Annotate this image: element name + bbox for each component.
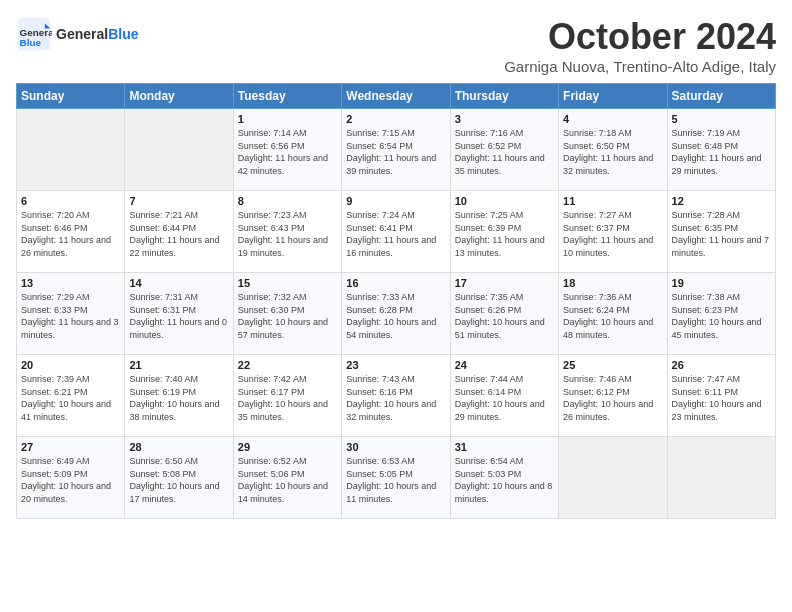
calendar-day: 16Sunrise: 7:33 AM Sunset: 6:28 PM Dayli… (342, 273, 450, 355)
day-info: Sunrise: 7:40 AM Sunset: 6:19 PM Dayligh… (129, 373, 228, 423)
calendar-day: 22Sunrise: 7:42 AM Sunset: 6:17 PM Dayli… (233, 355, 341, 437)
day-info: Sunrise: 7:31 AM Sunset: 6:31 PM Dayligh… (129, 291, 228, 341)
day-info: Sunrise: 7:46 AM Sunset: 6:12 PM Dayligh… (563, 373, 662, 423)
calendar-week-5: 27Sunrise: 6:49 AM Sunset: 5:09 PM Dayli… (17, 437, 776, 519)
day-info: Sunrise: 7:20 AM Sunset: 6:46 PM Dayligh… (21, 209, 120, 259)
day-number: 24 (455, 359, 554, 371)
calendar-day: 28Sunrise: 6:50 AM Sunset: 5:08 PM Dayli… (125, 437, 233, 519)
column-header-wednesday: Wednesday (342, 84, 450, 109)
day-info: Sunrise: 6:54 AM Sunset: 5:03 PM Dayligh… (455, 455, 554, 505)
calendar-day (667, 437, 775, 519)
day-number: 16 (346, 277, 445, 289)
day-number: 28 (129, 441, 228, 453)
day-number: 21 (129, 359, 228, 371)
day-info: Sunrise: 7:44 AM Sunset: 6:14 PM Dayligh… (455, 373, 554, 423)
day-info: Sunrise: 7:14 AM Sunset: 6:56 PM Dayligh… (238, 127, 337, 177)
calendar-day: 30Sunrise: 6:53 AM Sunset: 5:05 PM Dayli… (342, 437, 450, 519)
calendar-day: 25Sunrise: 7:46 AM Sunset: 6:12 PM Dayli… (559, 355, 667, 437)
page-header: General Blue GeneralBlue October 2024 Ga… (16, 16, 776, 75)
day-info: Sunrise: 6:53 AM Sunset: 5:05 PM Dayligh… (346, 455, 445, 505)
day-info: Sunrise: 7:21 AM Sunset: 6:44 PM Dayligh… (129, 209, 228, 259)
title-block: October 2024 Garniga Nuova, Trentino-Alt… (504, 16, 776, 75)
day-number: 14 (129, 277, 228, 289)
calendar-day: 24Sunrise: 7:44 AM Sunset: 6:14 PM Dayli… (450, 355, 558, 437)
calendar-day: 21Sunrise: 7:40 AM Sunset: 6:19 PM Dayli… (125, 355, 233, 437)
day-number: 19 (672, 277, 771, 289)
calendar-header-row: SundayMondayTuesdayWednesdayThursdayFrid… (17, 84, 776, 109)
day-info: Sunrise: 7:28 AM Sunset: 6:35 PM Dayligh… (672, 209, 771, 259)
day-number: 23 (346, 359, 445, 371)
day-info: Sunrise: 7:38 AM Sunset: 6:23 PM Dayligh… (672, 291, 771, 341)
day-info: Sunrise: 7:35 AM Sunset: 6:26 PM Dayligh… (455, 291, 554, 341)
calendar-day: 19Sunrise: 7:38 AM Sunset: 6:23 PM Dayli… (667, 273, 775, 355)
column-header-saturday: Saturday (667, 84, 775, 109)
day-number: 1 (238, 113, 337, 125)
column-header-tuesday: Tuesday (233, 84, 341, 109)
day-number: 27 (21, 441, 120, 453)
day-info: Sunrise: 7:27 AM Sunset: 6:37 PM Dayligh… (563, 209, 662, 259)
day-number: 15 (238, 277, 337, 289)
calendar-day: 6Sunrise: 7:20 AM Sunset: 6:46 PM Daylig… (17, 191, 125, 273)
calendar-week-2: 6Sunrise: 7:20 AM Sunset: 6:46 PM Daylig… (17, 191, 776, 273)
day-info: Sunrise: 7:29 AM Sunset: 6:33 PM Dayligh… (21, 291, 120, 341)
day-info: Sunrise: 7:15 AM Sunset: 6:54 PM Dayligh… (346, 127, 445, 177)
day-number: 26 (672, 359, 771, 371)
logo: General Blue GeneralBlue (16, 16, 138, 52)
calendar-day: 9Sunrise: 7:24 AM Sunset: 6:41 PM Daylig… (342, 191, 450, 273)
day-number: 25 (563, 359, 662, 371)
day-info: Sunrise: 7:32 AM Sunset: 6:30 PM Dayligh… (238, 291, 337, 341)
day-number: 4 (563, 113, 662, 125)
day-number: 17 (455, 277, 554, 289)
day-number: 22 (238, 359, 337, 371)
day-number: 31 (455, 441, 554, 453)
logo-text: GeneralBlue (56, 26, 138, 42)
day-number: 6 (21, 195, 120, 207)
day-info: Sunrise: 6:49 AM Sunset: 5:09 PM Dayligh… (21, 455, 120, 505)
day-number: 30 (346, 441, 445, 453)
calendar-day: 23Sunrise: 7:43 AM Sunset: 6:16 PM Dayli… (342, 355, 450, 437)
calendar-day: 14Sunrise: 7:31 AM Sunset: 6:31 PM Dayli… (125, 273, 233, 355)
subtitle: Garniga Nuova, Trentino-Alto Adige, Ital… (504, 58, 776, 75)
day-info: Sunrise: 7:36 AM Sunset: 6:24 PM Dayligh… (563, 291, 662, 341)
day-info: Sunrise: 7:25 AM Sunset: 6:39 PM Dayligh… (455, 209, 554, 259)
calendar-day: 4Sunrise: 7:18 AM Sunset: 6:50 PM Daylig… (559, 109, 667, 191)
calendar-day: 27Sunrise: 6:49 AM Sunset: 5:09 PM Dayli… (17, 437, 125, 519)
calendar-day: 7Sunrise: 7:21 AM Sunset: 6:44 PM Daylig… (125, 191, 233, 273)
day-number: 2 (346, 113, 445, 125)
day-info: Sunrise: 7:39 AM Sunset: 6:21 PM Dayligh… (21, 373, 120, 423)
day-info: Sunrise: 7:42 AM Sunset: 6:17 PM Dayligh… (238, 373, 337, 423)
calendar-day: 31Sunrise: 6:54 AM Sunset: 5:03 PM Dayli… (450, 437, 558, 519)
day-info: Sunrise: 7:43 AM Sunset: 6:16 PM Dayligh… (346, 373, 445, 423)
day-number: 11 (563, 195, 662, 207)
calendar-week-1: 1Sunrise: 7:14 AM Sunset: 6:56 PM Daylig… (17, 109, 776, 191)
calendar-day: 10Sunrise: 7:25 AM Sunset: 6:39 PM Dayli… (450, 191, 558, 273)
calendar-day: 12Sunrise: 7:28 AM Sunset: 6:35 PM Dayli… (667, 191, 775, 273)
day-number: 3 (455, 113, 554, 125)
calendar-day: 3Sunrise: 7:16 AM Sunset: 6:52 PM Daylig… (450, 109, 558, 191)
day-number: 8 (238, 195, 337, 207)
day-info: Sunrise: 6:52 AM Sunset: 5:06 PM Dayligh… (238, 455, 337, 505)
column-header-monday: Monday (125, 84, 233, 109)
calendar-day (17, 109, 125, 191)
day-info: Sunrise: 7:18 AM Sunset: 6:50 PM Dayligh… (563, 127, 662, 177)
calendar-day (559, 437, 667, 519)
day-info: Sunrise: 6:50 AM Sunset: 5:08 PM Dayligh… (129, 455, 228, 505)
calendar-day: 26Sunrise: 7:47 AM Sunset: 6:11 PM Dayli… (667, 355, 775, 437)
day-number: 18 (563, 277, 662, 289)
day-info: Sunrise: 7:47 AM Sunset: 6:11 PM Dayligh… (672, 373, 771, 423)
column-header-friday: Friday (559, 84, 667, 109)
day-info: Sunrise: 7:33 AM Sunset: 6:28 PM Dayligh… (346, 291, 445, 341)
calendar-table: SundayMondayTuesdayWednesdayThursdayFrid… (16, 83, 776, 519)
day-number: 9 (346, 195, 445, 207)
calendar-day: 18Sunrise: 7:36 AM Sunset: 6:24 PM Dayli… (559, 273, 667, 355)
column-header-sunday: Sunday (17, 84, 125, 109)
day-number: 29 (238, 441, 337, 453)
calendar-day: 15Sunrise: 7:32 AM Sunset: 6:30 PM Dayli… (233, 273, 341, 355)
svg-text:Blue: Blue (20, 37, 42, 48)
day-number: 13 (21, 277, 120, 289)
calendar-day: 20Sunrise: 7:39 AM Sunset: 6:21 PM Dayli… (17, 355, 125, 437)
logo-icon: General Blue (16, 16, 52, 52)
day-number: 7 (129, 195, 228, 207)
day-info: Sunrise: 7:19 AM Sunset: 6:48 PM Dayligh… (672, 127, 771, 177)
day-number: 5 (672, 113, 771, 125)
